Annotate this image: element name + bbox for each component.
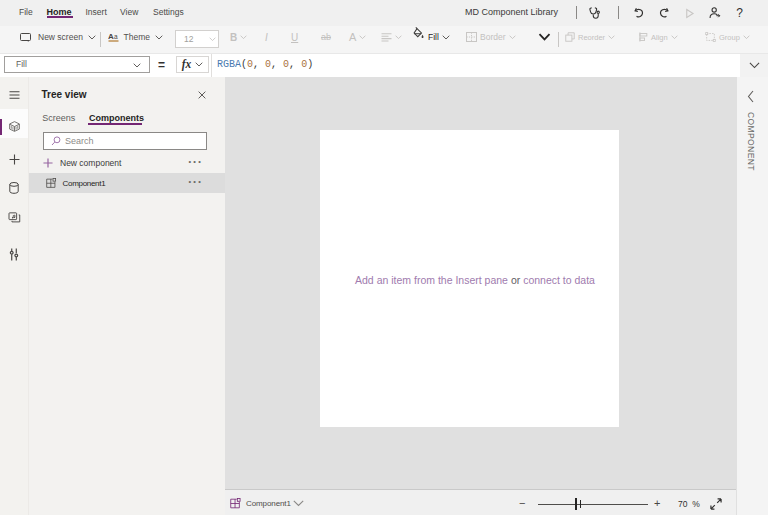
svg-text:a: a [114,33,118,40]
